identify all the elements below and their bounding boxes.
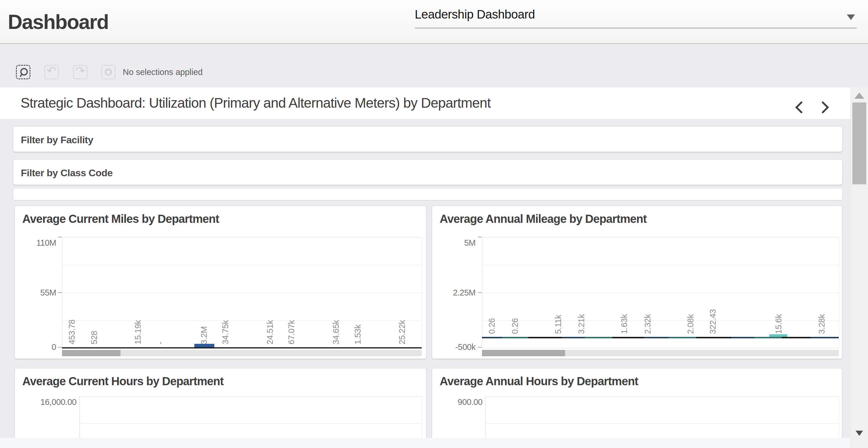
y-tick-label: 55M <box>18 288 56 298</box>
sheet-title: Strategic Dashboard: Utilization (Primar… <box>21 95 491 111</box>
y-axis-line <box>482 237 482 348</box>
scrollbar-thumb[interactable] <box>482 350 565 356</box>
gridline <box>482 320 839 321</box>
bar-value-label: 1.53k <box>353 325 363 344</box>
y-tick-label: 2.25M <box>432 288 475 298</box>
selections-status-text: No selections applied <box>123 67 203 77</box>
bar-value-label: 0.26 <box>487 318 497 334</box>
teal-bar[interactable] <box>769 334 787 337</box>
redo-icon: ↷ <box>74 64 87 77</box>
page-title: Dashboard <box>8 10 108 34</box>
gridline <box>62 320 422 321</box>
bar-value-label: 2.32k <box>643 314 653 334</box>
sheet-selector-dropdown[interactable]: Leadership Dashboard <box>415 4 857 28</box>
y-tick-mark <box>478 237 482 237</box>
gridline <box>482 292 839 293</box>
plot-top-border <box>80 396 422 397</box>
bar-value-label: 1.63k <box>620 314 629 334</box>
vertical-scrollbar-thumb[interactable] <box>852 102 866 184</box>
chart-title: Average Current Hours by Department <box>22 375 224 388</box>
bar-value-label: 2.08k <box>686 314 695 334</box>
filter-class-code[interactable]: Filter by Class Code <box>13 160 842 185</box>
gridline <box>80 423 422 424</box>
plot-right-border <box>839 237 839 348</box>
y-tick-mark <box>58 347 62 348</box>
plot-right-border <box>422 237 422 348</box>
scrollbar-thumb[interactable] <box>62 350 121 356</box>
y-tick-mark <box>58 237 62 237</box>
bar-value-label: 3.21k <box>577 314 586 334</box>
zero-axis-line <box>62 347 422 348</box>
plot-top-border <box>62 237 422 237</box>
y-axis-line <box>62 237 62 348</box>
gridline <box>482 265 839 265</box>
bar-value-label: 0.26 <box>510 318 520 334</box>
chart-avg-current-hours: Average Current Hours by Department 16,0… <box>14 368 426 438</box>
chart-title: Average Annual Hours by Department <box>440 375 638 388</box>
plot-top-border <box>482 237 839 237</box>
filter-facility-label: Filter by Facility <box>21 134 93 145</box>
collapsed-filter-row[interactable] <box>13 188 842 200</box>
y-tick-label: -500k <box>432 342 475 352</box>
gridline <box>62 292 422 293</box>
search-icon <box>20 68 28 75</box>
chart-horizontal-scrollbar[interactable] <box>482 350 839 356</box>
bar-value-label: 3.28k <box>817 314 827 334</box>
y-tick-label: 110M <box>18 238 56 248</box>
chart-title: Average Current Miles by Department <box>22 212 219 226</box>
bar-value-label: 34.65k <box>331 320 341 344</box>
chart-horizontal-scrollbar[interactable] <box>62 350 422 356</box>
filter-class-code-label: Filter by Class Code <box>21 167 113 179</box>
bar-value-label: 322.43 <box>708 309 718 334</box>
bar-value-label: 67.07k <box>287 320 296 344</box>
clear-selections-button[interactable] <box>101 65 116 79</box>
chart-avg-annual-mileage: Average Annual Mileage by Department 5M … <box>432 206 842 359</box>
bar-value-label: 24.51k <box>265 320 275 344</box>
plot-right-border <box>422 396 422 438</box>
chart-avg-current-miles: Average Current Miles by Department 110M… <box>14 206 426 359</box>
y-tick-mark <box>478 347 482 348</box>
sheet-bottom-margin <box>0 438 850 448</box>
app-header: Dashboard Leadership Dashboard <box>0 0 868 44</box>
bar-value-label: 528 <box>90 331 99 344</box>
bar-value-label: 15.6k <box>774 314 783 334</box>
y-tick-mark <box>478 292 482 293</box>
step-back-button[interactable]: ↶ <box>44 65 59 79</box>
chart-avg-annual-hours: Average Annual Hours by Department 900.0… <box>432 368 842 438</box>
bar-value-label: 15.19k <box>133 320 143 344</box>
gridline <box>62 265 422 265</box>
scroll-down-arrow-icon[interactable] <box>856 430 863 436</box>
bar-value-label: 3.2M <box>199 326 209 344</box>
y-tick-label: 5M <box>432 238 475 248</box>
scroll-up-arrow-icon[interactable] <box>855 93 864 99</box>
plot-top-border <box>486 396 839 397</box>
sheet-selector-value: Leadership Dashboard <box>415 7 535 22</box>
clear-selections-icon <box>104 68 112 76</box>
chart-title: Average Annual Mileage by Department <box>440 212 647 226</box>
smart-search-button[interactable] <box>16 65 30 79</box>
bar-value-label: 25.22k <box>397 320 407 344</box>
step-forward-button[interactable]: ↷ <box>73 65 88 79</box>
sheet-title-bar: Strategic Dashboard: Utilization (Primar… <box>0 88 850 119</box>
gridline <box>486 423 839 424</box>
qlik-dashboard-screen: Dashboard Leadership Dashboard ↶ ↷ No se… <box>0 0 868 448</box>
page-vertical-scrollbar[interactable] <box>850 88 868 448</box>
bar-value-label: - <box>156 342 165 344</box>
undo-icon: ↶ <box>45 64 58 77</box>
y-tick-label: 900.00 <box>432 398 483 407</box>
plot-right-border <box>839 396 839 438</box>
y-tick-label: 16,000.00 <box>22 398 76 407</box>
filter-facility[interactable]: Filter by Facility <box>13 127 842 152</box>
y-tick-label: 0 <box>18 342 56 352</box>
bar-value-label: 34.75k <box>221 320 230 344</box>
caret-down-icon <box>847 14 855 20</box>
bar-value-label: 453.78 <box>67 319 77 344</box>
bar-series-baseline[interactable] <box>482 337 839 338</box>
y-tick-mark <box>58 292 62 293</box>
bar-value-label: 5.11k <box>554 315 563 334</box>
